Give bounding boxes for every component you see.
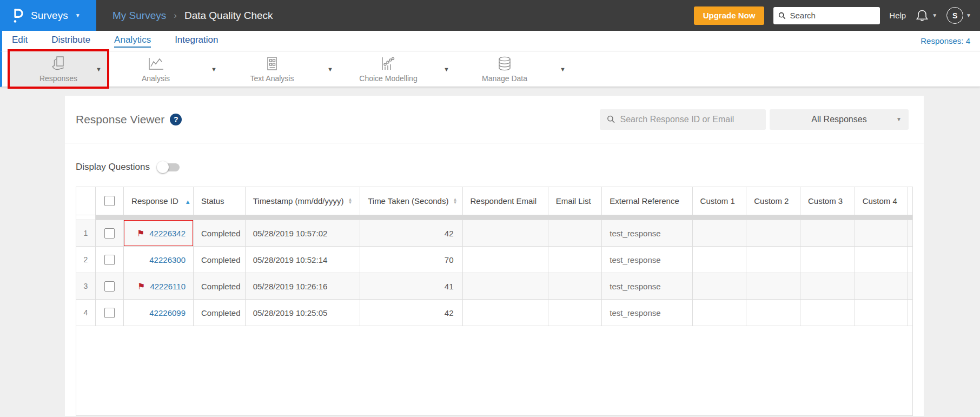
display-questions-label: Display Questions [76, 162, 150, 173]
email-list-cell [548, 220, 602, 247]
row-number: 2 [76, 247, 95, 273]
chevron-down-icon[interactable]: ▼ [553, 66, 572, 72]
custom-3-cell [800, 273, 855, 300]
timestamp-cell: 05/28/2019 10:52:14 [245, 247, 360, 273]
tab-integration[interactable]: Integration [175, 35, 218, 48]
main-content: Response Viewer ? All Responses ▼ [0, 87, 980, 416]
row-checkbox[interactable] [104, 281, 115, 292]
display-questions-row: Display Questions [65, 162, 924, 173]
manage-data-icon [495, 56, 514, 72]
custom-3-cell [800, 247, 855, 273]
respondent-email-cell [462, 247, 548, 273]
survey-nav: Edit Distribute Analytics Integration Re… [0, 31, 980, 51]
chevron-down-icon[interactable]: ▼ [96, 66, 102, 72]
response-viewer-card: Response Viewer ? All Responses ▼ [65, 96, 924, 416]
response-id-cell: ⚑42226099 [124, 300, 194, 326]
column-header-time-taken[interactable]: Time Taken (Seconds)▲▼ [360, 187, 462, 215]
filter-selected-value: All Responses [811, 115, 866, 124]
account-menu[interactable]: S ▼ [946, 7, 971, 24]
search-icon [778, 11, 786, 20]
toolbar-item-text-analysis[interactable]: Text Analysis [223, 51, 321, 87]
timestamp-cell: 05/28/2019 10:25:05 [245, 300, 360, 326]
toolbar-item-analysis[interactable]: Analysis [107, 51, 204, 87]
toolbar-item-choice-modelling[interactable]: Choice Modelling [340, 51, 437, 87]
column-header-custom-2: Custom 2 [746, 187, 800, 215]
scrollbar-spacer-cell [908, 273, 912, 300]
tab-analytics[interactable]: Analytics [114, 35, 151, 48]
respondent-email-cell [462, 220, 548, 247]
custom-3-cell [800, 220, 855, 247]
responses-icon [49, 56, 68, 72]
upgrade-now-button[interactable]: Upgrade Now [694, 6, 765, 25]
column-header-response-id[interactable]: Response ID▲ [124, 187, 194, 215]
notifications-menu[interactable]: ▼ [915, 9, 937, 23]
chevron-down-icon: ▼ [896, 117, 902, 122]
custom-1-cell [692, 273, 746, 300]
column-header-custom-1: Custom 1 [692, 187, 746, 215]
response-id-link[interactable]: 42226099 [149, 308, 186, 317]
analytics-toolbar: Responses ▼ Analysis ▼ [0, 51, 980, 87]
column-header-status: Status [194, 187, 246, 215]
toolbar-item-manage-data[interactable]: Manage Data [456, 51, 553, 87]
tab-edit[interactable]: Edit [12, 35, 28, 48]
column-header-email-list: Email List [548, 187, 602, 215]
row-number: 4 [76, 300, 95, 326]
timestamp-cell: 05/28/2019 10:26:16 [245, 273, 360, 300]
response-id-link[interactable]: 42226110 [150, 282, 186, 291]
custom-4-cell [855, 247, 908, 273]
app-window: Surveys ▼ My Surveys › Data Quality Chec… [0, 0, 980, 417]
responses-table: Response ID▲ Status Timestamp (mm/dd/yyy… [76, 187, 912, 326]
help-link[interactable]: Help [889, 11, 906, 20]
analysis-icon [147, 56, 165, 72]
row-number: 3 [76, 273, 95, 300]
column-header-timestamp[interactable]: Timestamp (mm/dd/yyyy)▲▼ [245, 187, 360, 215]
toggle-knob [157, 161, 169, 173]
responses-filter-dropdown[interactable]: All Responses ▼ [770, 109, 909, 130]
choice-modelling-icon [379, 56, 398, 72]
responses-table-zone: Response ID▲ Status Timestamp (mm/dd/yyy… [76, 187, 913, 416]
tab-distribute[interactable]: Distribute [51, 35, 90, 48]
table-row: 3 ⚑42226110 Completed 05/28/2019 10:26:1… [76, 273, 912, 300]
toolbar-label: Manage Data [482, 74, 527, 83]
chevron-down-icon[interactable]: ▼ [204, 66, 223, 72]
response-id-cell: ⚑42226300 [124, 247, 194, 273]
custom-4-cell [855, 220, 908, 247]
email-list-cell [548, 247, 602, 273]
column-header-external-reference: External Reference [602, 187, 692, 215]
search-icon [607, 115, 615, 124]
custom-4-cell [855, 273, 908, 300]
select-all-checkbox[interactable] [104, 196, 115, 206]
product-switcher[interactable]: Surveys ▼ [0, 0, 96, 31]
custom-1-cell [692, 300, 746, 326]
response-search-input[interactable] [620, 115, 759, 124]
time-taken-cell: 42 [360, 220, 462, 247]
questionpro-logo [12, 8, 24, 23]
row-checkbox[interactable] [104, 228, 115, 239]
response-id-link[interactable]: 42226342 [149, 229, 186, 238]
toolbar-label: Responses [39, 74, 77, 83]
text-analysis-icon [263, 56, 281, 72]
sort-icon: ▲▼ [348, 198, 352, 204]
help-badge-icon[interactable]: ? [170, 114, 182, 125]
global-search-input[interactable] [790, 11, 875, 20]
chevron-down-icon[interactable]: ▼ [321, 66, 340, 72]
flag-icon: ⚑ [137, 282, 145, 291]
page-title: Data Quality Check [184, 10, 273, 22]
custom-2-cell [746, 247, 800, 273]
response-id-link[interactable]: 42226300 [149, 255, 186, 264]
global-search [773, 7, 880, 24]
time-taken-cell: 70 [360, 247, 462, 273]
toolbar-item-responses[interactable]: Responses ▼ [10, 51, 107, 87]
breadcrumb-my-surveys[interactable]: My Surveys [112, 10, 166, 22]
toolbar-label: Text Analysis [250, 74, 294, 83]
column-header-custom-3: Custom 3 [800, 187, 855, 215]
row-checkbox[interactable] [104, 308, 115, 318]
custom-2-cell [746, 220, 800, 247]
responses-count: Responses: 4 [921, 36, 970, 45]
horizontal-scrollbar[interactable] [95, 215, 912, 220]
display-questions-toggle[interactable] [158, 163, 180, 171]
external-reference-cell: test_response [602, 247, 692, 273]
row-checkbox[interactable] [104, 255, 115, 265]
scrollbar-spacer-cell [908, 247, 912, 273]
chevron-down-icon[interactable]: ▼ [437, 66, 456, 72]
